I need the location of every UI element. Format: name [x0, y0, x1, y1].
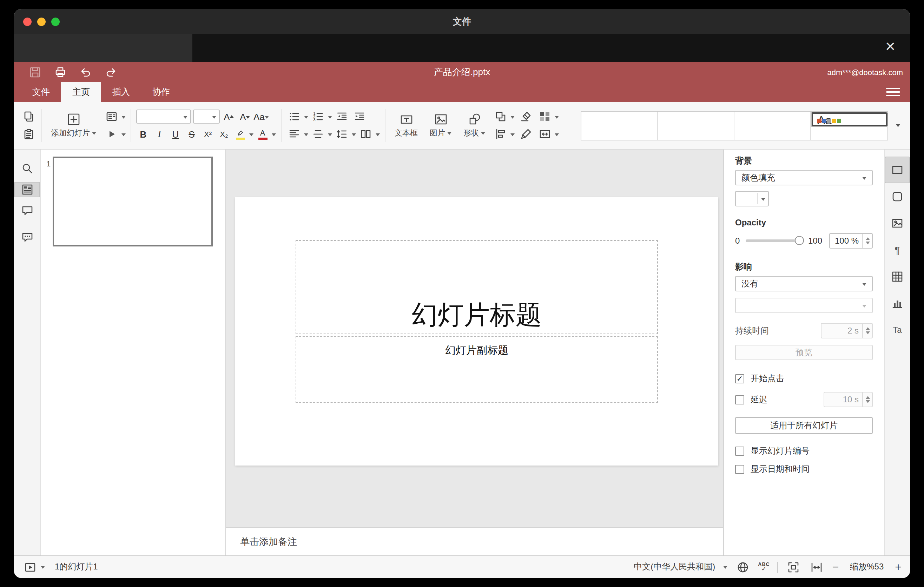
- show-slide-number-checkbox[interactable]: [735, 447, 744, 456]
- color-scheme-button[interactable]: [537, 109, 553, 124]
- tab-collaboration[interactable]: 协作: [141, 82, 181, 102]
- redo-button[interactable]: [104, 65, 118, 79]
- bullet-list-button[interactable]: [287, 109, 302, 124]
- increase-indent-button[interactable]: [352, 109, 367, 124]
- arrange-shape-button[interactable]: [493, 109, 508, 124]
- underline-button[interactable]: U: [168, 126, 183, 142]
- fit-to-slide-button[interactable]: [786, 559, 802, 575]
- opacity-slider[interactable]: [745, 239, 802, 242]
- textart-settings-button[interactable]: Ta: [885, 317, 910, 343]
- insert-shape-button[interactable]: 形状: [459, 103, 489, 147]
- close-preview-button[interactable]: ×: [881, 36, 900, 56]
- add-slide-button[interactable]: 添加幻灯片: [47, 103, 101, 147]
- italic-button[interactable]: I: [152, 126, 167, 142]
- horizontal-align-button[interactable]: [287, 126, 302, 142]
- undo-button[interactable]: [79, 65, 93, 79]
- copy-style-button[interactable]: [518, 126, 534, 142]
- chart-settings-button[interactable]: [885, 290, 910, 317]
- print-button[interactable]: [53, 65, 68, 79]
- zoom-in-button[interactable]: +: [895, 561, 901, 572]
- opacity-input[interactable]: 100 %: [829, 233, 873, 249]
- spellcheck-button[interactable]: ABC ✓: [758, 562, 769, 572]
- transition-variant-select[interactable]: [735, 298, 873, 313]
- slides-panel-button[interactable]: [14, 182, 40, 197]
- opacity-slider-knob[interactable]: [795, 236, 804, 245]
- feedback-button[interactable]: [14, 224, 40, 251]
- highlight-color-button[interactable]: [233, 126, 254, 142]
- theme-option-3[interactable]: [734, 111, 811, 139]
- window-title: 文件: [14, 15, 910, 28]
- theme-option-2[interactable]: [658, 111, 734, 139]
- align-shape-button[interactable]: [493, 126, 508, 142]
- chevron-down-icon: [555, 133, 559, 138]
- start-slideshow-button[interactable]: [104, 126, 119, 142]
- bold-button[interactable]: B: [136, 126, 150, 142]
- increase-font-button[interactable]: A: [222, 109, 236, 124]
- title-placeholder[interactable]: 幻灯片标题: [295, 240, 658, 334]
- delay-checkbox[interactable]: [735, 395, 744, 404]
- theme-option-1[interactable]: [581, 111, 658, 139]
- line-spacing-button[interactable]: [334, 126, 350, 142]
- image-settings-button[interactable]: [885, 210, 910, 237]
- show-date-time-checkbox[interactable]: [735, 465, 744, 474]
- search-button[interactable]: [14, 155, 40, 182]
- clipboard-group: [21, 103, 36, 147]
- slide-counter: 1的幻灯片1: [55, 561, 98, 573]
- language-label[interactable]: 中文(中华人民共和国): [634, 561, 715, 573]
- spin-down-icon[interactable]: [865, 242, 870, 246]
- vertical-align-button[interactable]: [310, 126, 326, 142]
- background-fill-select[interactable]: 颜色填充: [735, 170, 873, 185]
- zoom-out-button[interactable]: −: [832, 561, 839, 572]
- start-on-click-checkbox[interactable]: ✓: [735, 374, 744, 383]
- insert-textbox-button[interactable]: 文本框: [390, 103, 422, 147]
- set-language-globe-icon[interactable]: [735, 559, 750, 575]
- menu-icon[interactable]: [886, 86, 900, 98]
- font-size-select[interactable]: [193, 110, 220, 124]
- chevron-down-icon[interactable]: [723, 566, 727, 571]
- save-button[interactable]: [28, 65, 42, 79]
- table-settings-button[interactable]: [885, 263, 910, 290]
- font-color-button[interactable]: A: [256, 126, 276, 142]
- fit-to-width-button[interactable]: [809, 559, 825, 575]
- subtitle-placeholder[interactable]: 幻灯片副标题: [295, 336, 658, 403]
- delay-input[interactable]: 10 s: [823, 392, 873, 407]
- subscript-button[interactable]: X₂: [217, 126, 231, 142]
- transition-effect-select[interactable]: 没有: [735, 276, 873, 292]
- shape-settings-button[interactable]: [885, 183, 910, 210]
- copy-button[interactable]: [21, 109, 36, 124]
- slide-layout-button[interactable]: [104, 109, 119, 124]
- spin-up-icon[interactable]: [865, 235, 870, 240]
- paragraph-settings-button[interactable]: ¶: [885, 237, 910, 263]
- insert-image-button[interactable]: 图片: [426, 103, 456, 147]
- paste-button[interactable]: [21, 126, 36, 142]
- tab-home[interactable]: 主页: [61, 82, 101, 102]
- slide-thumbnail-1[interactable]: [53, 157, 213, 246]
- tab-file[interactable]: 文件: [21, 82, 61, 102]
- chevron-down-icon: [555, 115, 559, 120]
- background-color-picker[interactable]: [735, 191, 769, 206]
- slide-1[interactable]: 幻灯片标题 幻灯片副标题: [235, 197, 718, 465]
- font-name-select[interactable]: [136, 110, 191, 124]
- chevron-down-icon[interactable]: [41, 566, 45, 571]
- show-slide-number-label: 显示幻灯片编号: [751, 445, 810, 457]
- change-case-button[interactable]: Aa: [254, 109, 268, 124]
- apply-to-all-slides-button[interactable]: 适用于所有幻灯片: [735, 417, 873, 434]
- start-slideshow-status-button[interactable]: [23, 559, 38, 575]
- left-icon-sidebar: [14, 150, 41, 556]
- clear-style-button[interactable]: [518, 109, 534, 124]
- slide-settings-button[interactable]: [885, 157, 910, 183]
- strikethrough-button[interactable]: S: [185, 126, 199, 142]
- superscript-button[interactable]: X²: [201, 126, 215, 142]
- decrease-indent-button[interactable]: [334, 109, 350, 124]
- theme-option-4-selected[interactable]: Aa: [811, 111, 888, 127]
- tab-insert[interactable]: 插入: [101, 82, 141, 102]
- preview-button[interactable]: 预览: [735, 345, 873, 360]
- slide-size-button[interactable]: [537, 126, 553, 142]
- duration-input[interactable]: 2 s: [821, 323, 873, 338]
- notes-area[interactable]: 单击添加备注: [226, 527, 723, 556]
- numbered-list-button[interactable]: 123: [310, 109, 326, 124]
- decrease-font-button[interactable]: A: [238, 109, 252, 124]
- columns-button[interactable]: [358, 126, 373, 142]
- comments-panel-button[interactable]: [14, 197, 40, 224]
- theme-gallery-expand-button[interactable]: [892, 110, 904, 140]
